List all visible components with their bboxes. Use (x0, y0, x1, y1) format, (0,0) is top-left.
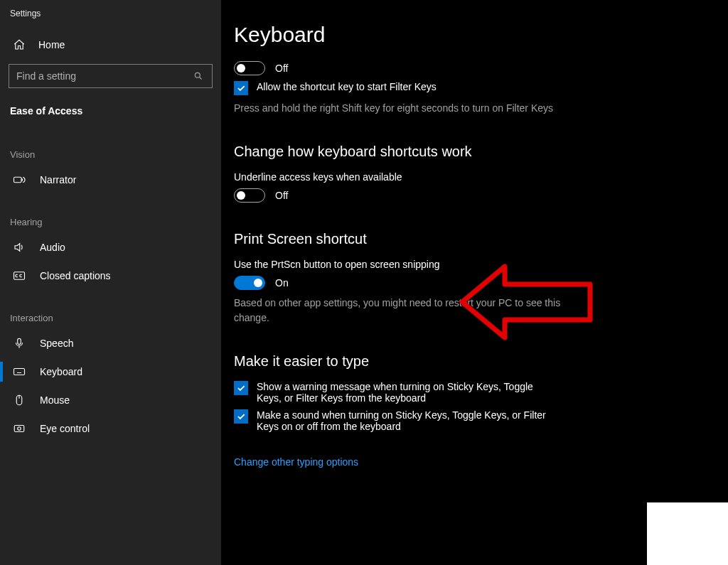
filter-keys-hint: Press and hold the right Shift key for e… (234, 101, 575, 115)
crop-artifact (647, 502, 728, 565)
keyboard-icon (13, 365, 26, 378)
svg-point-7 (18, 427, 21, 431)
page-title: Keyboard (234, 23, 664, 47)
sidebar-item-closed-captions[interactable]: Closed captions (0, 262, 221, 290)
filter-keys-toggle[interactable] (234, 61, 265, 75)
sidebar-item-speech[interactable]: Speech (0, 329, 221, 357)
underline-keys-toggle[interactable] (234, 188, 265, 203)
underline-keys-label: Underline access keys when available (234, 171, 664, 183)
easier-heading: Make it easier to type (234, 353, 664, 370)
mouse-icon (13, 394, 26, 407)
prtscn-heading: Print Screen shortcut (234, 231, 664, 247)
cc-icon (13, 269, 26, 282)
narrator-icon (13, 173, 26, 186)
filter-keys-shortcut-label: Allow the shortcut key to start Filter K… (257, 81, 437, 92)
group-interaction: Interaction (0, 290, 221, 329)
sidebar-item-mouse[interactable]: Mouse (0, 386, 221, 414)
sidebar-item-label: Keyboard (40, 366, 82, 377)
mic-icon (13, 337, 26, 350)
settings-sidebar: Settings Home Find a setting Ease of Acc… (0, 0, 221, 565)
group-vision: Vision (0, 127, 221, 166)
underline-keys-state: Off (275, 190, 288, 201)
home-label: Home (38, 39, 65, 50)
prtscn-hint: Based on other app settings, you might n… (234, 296, 575, 325)
change-typing-link[interactable]: Change other typing options (234, 456, 358, 468)
sidebar-item-label: Eye control (40, 423, 90, 434)
breadcrumb: Ease of Access (0, 105, 221, 127)
audio-icon (13, 241, 26, 254)
svg-rect-1 (14, 177, 22, 183)
shortcuts-heading: Change how keyboard shortcuts work (234, 144, 664, 160)
prtscn-label: Use the PrtScn button to open screen sni… (234, 259, 664, 270)
window-title: Settings (0, 6, 221, 31)
sidebar-item-label: Audio (40, 242, 65, 253)
easier-opt1-check[interactable] (234, 381, 248, 395)
sidebar-item-narrator[interactable]: Narrator (0, 166, 221, 194)
sidebar-item-keyboard[interactable]: Keyboard (0, 357, 221, 386)
main-panel: Keyboard Off Allow the shortcut key to s… (221, 0, 728, 565)
eye-control-icon (13, 422, 26, 435)
group-hearing: Hearing (0, 194, 221, 233)
sidebar-item-label: Narrator (40, 174, 76, 185)
svg-rect-4 (14, 369, 25, 375)
home-icon (13, 38, 26, 51)
search-placeholder: Find a setting (16, 70, 76, 82)
prtscn-toggle[interactable] (234, 276, 265, 290)
svg-point-0 (195, 72, 200, 77)
easier-opt1-label: Show a warning message when turning on S… (257, 381, 555, 404)
search-icon (192, 70, 205, 82)
svg-rect-3 (18, 338, 21, 344)
sidebar-item-eye-control[interactable]: Eye control (0, 414, 221, 443)
filter-keys-shortcut-check[interactable] (234, 81, 248, 95)
prtscn-state: On (275, 277, 289, 289)
easier-opt2-check[interactable] (234, 409, 248, 424)
svg-rect-6 (14, 426, 24, 432)
search-input[interactable]: Find a setting (9, 64, 213, 88)
sidebar-item-label: Closed captions (40, 270, 111, 281)
sidebar-item-label: Speech (40, 338, 73, 349)
home-nav[interactable]: Home (0, 31, 221, 58)
filter-keys-state: Off (275, 63, 288, 74)
sidebar-item-label: Mouse (40, 394, 70, 406)
easier-opt2-label: Make a sound when turning on Sticky Keys… (257, 409, 555, 432)
sidebar-item-audio[interactable]: Audio (0, 233, 221, 262)
